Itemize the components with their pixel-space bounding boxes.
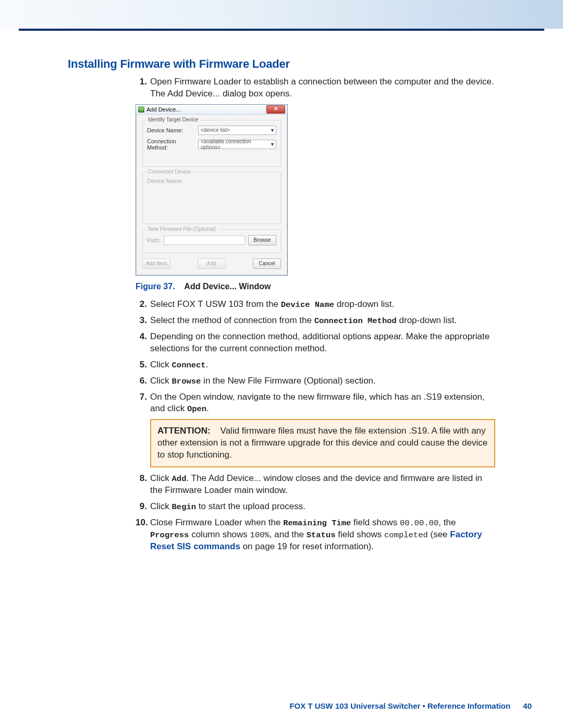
browse-button[interactable]: Browse (248, 235, 276, 245)
step-3: 3. Select the method of connection from … (136, 315, 495, 327)
figure-caption: Figure 37. Add Device... Window (136, 282, 495, 291)
step-8: 8. Click Add. The Add Device... window c… (136, 473, 495, 497)
page-footer: FOX T USW 103 Universal Switcher • Refer… (289, 701, 532, 710)
footer-doc-title: FOX T USW 103 Universal Switcher • Refer… (289, 701, 510, 710)
step-10: 10. Close Firmware Loader when the Remai… (136, 517, 495, 553)
header-gradient (0, 0, 563, 29)
label-path: Path: (147, 237, 161, 243)
chevron-down-icon: ▼ (270, 128, 275, 133)
chevron-down-icon: ▼ (270, 142, 275, 147)
page-number: 40 (523, 701, 532, 710)
step-1: 1. Open Firmware Loader to establish a c… (136, 76, 495, 100)
figure-number: Figure 37. (136, 282, 175, 291)
group-firmware-legend: New Firmware File (Optional) (146, 226, 218, 232)
group-identify-legend: Identify Target Device (146, 117, 200, 122)
header-rule (19, 29, 544, 31)
step-9: 9. Click Begin to start the upload proce… (136, 501, 495, 513)
step-5: 5. Click Connect. (136, 359, 495, 371)
connection-method-value: <available connection options> (201, 139, 270, 150)
dialog-title: Add Device... (146, 106, 180, 113)
device-name-dropdown[interactable]: <device list> ▼ (198, 126, 276, 135)
group-connected-legend: Connected Device (146, 169, 193, 175)
step-7: 7. On the Open window, navigate to the n… (136, 391, 495, 468)
step-num: 1. (136, 76, 147, 88)
label-connected-device-name: Device Name: (147, 178, 195, 184)
label-connection-method: Connection Method: (147, 138, 195, 151)
device-name-value: <device list> (201, 127, 230, 133)
step-text: Open Firmware Loader to establish a conn… (150, 77, 494, 98)
section-title: Installing Firmware with Firmware Loader (68, 57, 495, 71)
step-2: 2. Select FOX T USW 103 from the Device … (136, 299, 495, 311)
dialog-titlebar: Add Device... ✕ (136, 105, 287, 115)
path-input[interactable] (164, 236, 245, 245)
figure-title: Add Device... Window (184, 282, 271, 291)
attention-box: ATTENTION: Valid firmware files must hav… (150, 419, 495, 467)
step-4: 4. Depending on the connection method, a… (136, 331, 495, 355)
close-button[interactable]: ✕ (266, 105, 285, 114)
step-6: 6. Click Browse in the New File Firmware… (136, 375, 495, 387)
add-device-dialog: Add Device... ✕ Identify Target Device D… (136, 104, 288, 276)
add-button[interactable]: Add (198, 258, 226, 269)
add-next-button[interactable]: Add Next (142, 258, 170, 269)
label-device-name: Device Name: (147, 127, 195, 133)
attention-label: ATTENTION: (157, 426, 211, 436)
cancel-button[interactable]: Cancel (253, 258, 281, 269)
connection-method-dropdown[interactable]: <available connection options> ▼ (198, 140, 276, 149)
download-icon (138, 106, 144, 113)
